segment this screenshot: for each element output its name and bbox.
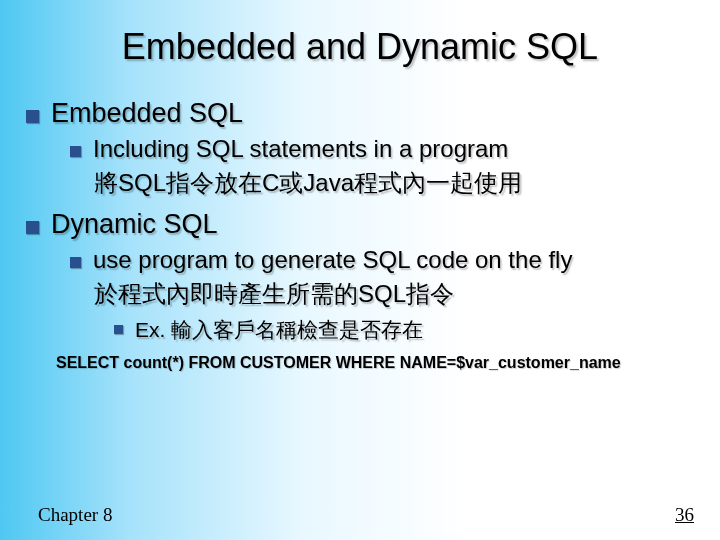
bullet-text: use program to generate SQL code on the … [93,246,572,274]
sql-code: SELECT count(*) FROM CUSTOMER WHERE NAME… [56,354,700,372]
bullet-dynamic-example: Ex. 輸入客戶名稱檢查是否存在 [114,316,700,344]
bullet-text: Dynamic SQL [51,209,218,240]
bullet-text: Ex. 輸入客戶名稱檢查是否存在 [135,316,423,344]
bullet-embedded-sub: Including SQL statements in a program [70,135,700,163]
footer-chapter: Chapter 8 [38,504,112,526]
bullet-icon [26,221,39,234]
bullet-text: Embedded SQL [51,98,243,129]
bullet-icon [70,257,81,268]
bullet-dynamic-sub-line2: 於程式內即時產生所需的SQL指令 [94,278,700,310]
bullet-dynamic-sql: Dynamic SQL [26,209,700,240]
slide-content: Embedded SQL Including SQL statements in… [0,68,720,372]
bullet-embedded-sub-line2: 將SQL指令放在C或Java程式內一起使用 [94,167,700,199]
bullet-text: Including SQL statements in a program [93,135,508,163]
bullet-icon [114,325,123,334]
bullet-icon [26,110,39,123]
bullet-icon [70,146,81,157]
slide-title: Embedded and Dynamic SQL [0,0,720,68]
bullet-embedded-sql: Embedded SQL [26,98,700,129]
slide: Embedded and Dynamic SQL Embedded SQL In… [0,0,720,540]
footer-page-number: 36 [675,504,694,526]
bullet-dynamic-sub: use program to generate SQL code on the … [70,246,700,274]
